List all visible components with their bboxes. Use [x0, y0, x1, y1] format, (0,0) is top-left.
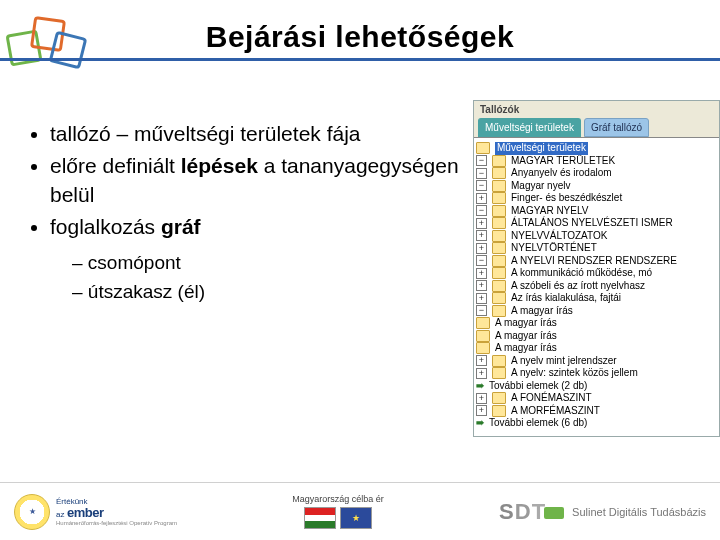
- expand-icon[interactable]: +: [476, 243, 487, 254]
- folder-icon: [492, 292, 506, 304]
- footer-left-logo: ★ Értékünk az ember Humánerőforrás-fejle…: [14, 494, 177, 530]
- page-icon: [476, 330, 490, 342]
- footer-right-logo: SDT Sulinet Digitális Tudásbázis: [499, 501, 706, 523]
- collapse-icon[interactable]: −: [476, 180, 487, 191]
- folder-icon: [492, 355, 506, 367]
- expand-icon[interactable]: +: [476, 293, 487, 304]
- bullet-1: tallózó – műveltségi területek fája: [50, 120, 460, 148]
- folder-icon: [492, 242, 506, 254]
- expand-icon[interactable]: +: [476, 368, 487, 379]
- expand-icon[interactable]: +: [476, 230, 487, 241]
- tree-row[interactable]: Műveltségi területek: [476, 142, 717, 155]
- tree-row[interactable]: +A kommunikáció működése, mó: [476, 267, 717, 280]
- tree-row[interactable]: +A szóbeli és az írott nyelvhasz: [476, 280, 717, 293]
- tree-row[interactable]: −MAGYAR TERÜLETEK: [476, 155, 717, 168]
- page-icon: [476, 342, 490, 354]
- tree-row[interactable]: A magyar írás: [476, 342, 717, 355]
- tree-row[interactable]: +A FONÉMASZINT: [476, 392, 717, 405]
- expand-icon[interactable]: +: [476, 355, 487, 366]
- tab-strip: Műveltségi területek Gráf tallózó: [474, 118, 719, 137]
- footer: ★ Értékünk az ember Humánerőforrás-fejle…: [0, 482, 720, 540]
- more-icon: ➠: [476, 380, 484, 393]
- tab-graf[interactable]: Gráf tallózó: [584, 118, 649, 137]
- tree-row[interactable]: +Az írás kialakulása, fajtái: [476, 292, 717, 305]
- expand-icon[interactable]: +: [476, 405, 487, 416]
- folder-icon: [492, 217, 506, 229]
- tab-muvtelsegi[interactable]: Műveltségi területek: [478, 118, 581, 137]
- page-icon: [476, 317, 490, 329]
- tree-row[interactable]: +NYELVVÁLTOZATOK: [476, 230, 717, 243]
- tree-row[interactable]: +A MORFÉMASZINT: [476, 405, 717, 418]
- tree-row[interactable]: A magyar írás: [476, 317, 717, 330]
- folder-icon: [492, 267, 506, 279]
- folder-icon: [492, 305, 506, 317]
- flag-hu-icon: [304, 507, 336, 529]
- folder-icon: [492, 167, 506, 179]
- tree-row[interactable]: ➠További elemek (2 db): [476, 380, 717, 393]
- tree-row[interactable]: A magyar írás: [476, 330, 717, 343]
- subbullet-2: útszakasz (él): [72, 278, 460, 307]
- sdt-logo-icon: SDT: [499, 501, 564, 523]
- flag-eu-icon: ★: [340, 507, 372, 529]
- subbullet-1: csomópont: [72, 249, 460, 278]
- tree-row[interactable]: +ÁLTALÁNOS NYELVÉSZETI ISMER: [476, 217, 717, 230]
- more-icon: ➠: [476, 417, 484, 430]
- collapse-icon[interactable]: −: [476, 305, 487, 316]
- expand-icon[interactable]: +: [476, 393, 487, 404]
- collapse-icon[interactable]: −: [476, 155, 487, 166]
- tree-row[interactable]: −A NYELVI RENDSZER RENDSZERE: [476, 255, 717, 268]
- tree-row[interactable]: −A magyar írás: [476, 305, 717, 318]
- tree-row[interactable]: +Finger- és beszédkészlet: [476, 192, 717, 205]
- folder-icon: [492, 280, 506, 292]
- tree-row[interactable]: −Magyar nyelv: [476, 180, 717, 193]
- folder-icon: [492, 405, 506, 417]
- body-text: tallózó – műveltségi területek fája előr…: [30, 120, 460, 310]
- header: Bejárási lehetőségek: [0, 20, 720, 61]
- title-underline: [0, 58, 720, 61]
- tree-row[interactable]: +A nyelv mint jelrendszer: [476, 355, 717, 368]
- panel-title: Tallózók: [474, 101, 719, 118]
- tree-browser-panel: Tallózók Műveltségi területek Gráf talló…: [473, 100, 720, 437]
- folder-icon: [492, 205, 506, 217]
- tree-row[interactable]: −Anyanyelv és irodalom: [476, 167, 717, 180]
- collapse-icon[interactable]: −: [476, 168, 487, 179]
- expand-icon[interactable]: +: [476, 268, 487, 279]
- expand-icon[interactable]: +: [476, 280, 487, 291]
- tree-row[interactable]: +A nyelv: szintek közös jellem: [476, 367, 717, 380]
- folder-icon: [492, 392, 506, 404]
- folder-icon: [492, 180, 506, 192]
- bullet-2: előre definiált lépések a tananyagegység…: [50, 152, 460, 209]
- folder-icon: [492, 367, 506, 379]
- collapse-icon[interactable]: −: [476, 205, 487, 216]
- folder-icon: [492, 192, 506, 204]
- folder-icon: [476, 142, 490, 154]
- folder-icon: [492, 155, 506, 167]
- tree-row[interactable]: +NYELVTÖRTÉNET: [476, 242, 717, 255]
- expand-icon[interactable]: +: [476, 193, 487, 204]
- collapse-icon[interactable]: −: [476, 255, 487, 266]
- expand-icon[interactable]: +: [476, 218, 487, 229]
- folder-icon: [492, 230, 506, 242]
- bullet-3: foglalkozás gráf csomópont útszakasz (él…: [50, 213, 460, 306]
- folder-icon: [492, 255, 506, 267]
- tree-row[interactable]: −MAGYAR NYELV: [476, 205, 717, 218]
- eu-stars-icon: ★: [14, 494, 50, 530]
- footer-mid-logo: Magyarország célba ér ★: [292, 494, 384, 529]
- tree-view[interactable]: Műveltségi területek −MAGYAR TERÜLETEK −…: [474, 137, 719, 436]
- slide-title: Bejárási lehetőségek: [0, 20, 720, 54]
- tree-row[interactable]: ➠További elemek (6 db): [476, 417, 717, 430]
